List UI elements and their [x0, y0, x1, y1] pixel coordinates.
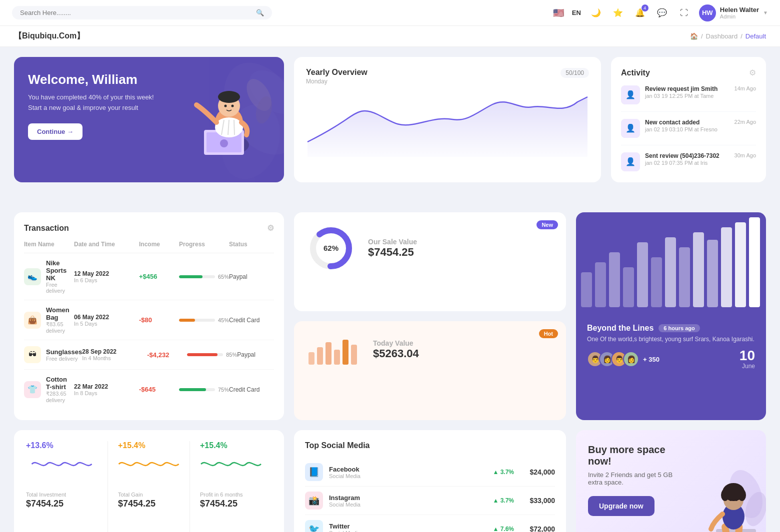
stat-wave-chart	[26, 454, 98, 474]
flag-icon: 🇺🇸	[553, 7, 564, 18]
svg-point-15	[232, 104, 234, 107]
svg-text:👤: 👤	[626, 90, 636, 99]
transaction-title: Transaction ⚙	[24, 223, 274, 233]
topnav: 🔍 🇺🇸 EN 🌙 ⭐ 🔔 4 💬 ⛶ HW Helen Walter Admi…	[0, 0, 780, 26]
progress-bar	[187, 353, 223, 356]
svg-rect-41	[693, 232, 704, 307]
activity-header: Activity ⚙	[621, 68, 756, 77]
stat-label: Profit in 6 months	[200, 492, 262, 498]
svg-text:👤: 👤	[626, 123, 636, 133]
table-row: 👟 Nike Sports NK Free delivery 12 May 20…	[24, 253, 274, 300]
item-date: 28 Sep 2022 In 4 Months	[82, 348, 147, 361]
today-label: Today Value	[373, 339, 419, 347]
social-row: 📘 Facebook Social Media ▲ 3.7% $24,000	[305, 458, 555, 487]
social-name: Instagram Social Media	[329, 494, 486, 508]
item-date-main: 12 May 2022	[74, 270, 139, 277]
stat-pct: +13.6%	[26, 441, 98, 450]
item-date-main: 06 May 2022	[74, 314, 139, 321]
beyond-card: Beyond the Lines 6 hours ago One Of the …	[576, 212, 766, 420]
breadcrumb: 🏠 / Dashboard / Default	[690, 32, 766, 40]
social-platform-sub: Social Media	[329, 502, 486, 508]
welcome-card: Welcome, William You have completed 40% …	[14, 57, 284, 182]
home-icon[interactable]: 🏠	[690, 32, 698, 40]
svg-rect-35	[609, 252, 620, 307]
upgrade-button[interactable]: Upgrade now	[588, 496, 654, 516]
social-value: $24,000	[520, 468, 555, 476]
col-date: Date and Time	[74, 241, 139, 248]
continue-button[interactable]: Continue →	[28, 123, 82, 140]
social-platform-sub: Social Media	[329, 473, 486, 479]
avatar-4: 👩	[623, 351, 639, 367]
transaction-gear-icon[interactable]: ⚙	[267, 223, 274, 233]
star-icon[interactable]: ⭐	[611, 6, 625, 20]
breadcrumb-separator2: /	[740, 32, 742, 40]
beyond-date-day: 10	[740, 349, 755, 363]
beyond-footer: 👨 👩 👨 👩 + 350 10 June	[587, 349, 755, 370]
item-progress: 85%	[187, 352, 237, 358]
activity-thumb: 👤	[621, 152, 640, 171]
search-input[interactable]	[20, 9, 252, 16]
svg-rect-37	[637, 242, 648, 307]
search-bar[interactable]: 🔍	[12, 6, 272, 19]
item-progress: 65%	[179, 274, 229, 280]
activity-title: Activity	[621, 68, 650, 77]
today-bar-chart	[306, 332, 361, 367]
svg-rect-28	[317, 347, 323, 365]
notification-icon[interactable]: 🔔 4	[633, 6, 647, 20]
item-sub: ₹283.65 delivery	[46, 391, 74, 403]
user-menu[interactable]: HW Helen Walter Admin ▼	[699, 4, 768, 21]
activity-item-detail: jan 03 19 12:25 PM at Tame	[645, 93, 730, 99]
col-income: Income	[139, 241, 179, 248]
third-row: +13.6% Total Investment $7454.25 +15.4% …	[14, 430, 766, 532]
topnav-right: 🇺🇸 EN 🌙 ⭐ 🔔 4 💬 ⛶ HW Helen Walter Admin …	[553, 4, 768, 21]
activity-item-detail: jan 02 19 07:35 PM at Iris	[645, 160, 730, 166]
col-item-name: Item Name	[24, 241, 74, 248]
activity-item: 👤 Sent review (504)236-7302 jan 02 19 07…	[621, 152, 756, 171]
message-icon[interactable]: 💬	[655, 6, 669, 20]
activity-item-time: 22m Ago	[734, 119, 756, 125]
stat-item-0: +13.6% Total Investment $7454.25	[26, 441, 108, 532]
beyond-title: Beyond the Lines 6 hours ago	[587, 324, 755, 333]
expand-icon[interactable]: ⛶	[677, 6, 691, 20]
breadcrumb-dashboard[interactable]: Dashboard	[706, 32, 738, 40]
stat-item-1: +15.4% Total Gain $7454.25	[108, 441, 190, 532]
yearly-overview-card: Yearly Overview Monday 50/100	[294, 57, 601, 182]
svg-point-14	[224, 104, 227, 107]
welcome-description: You have completed 40% of your this week…	[28, 92, 168, 113]
donut-wrap: 62% Our Sale Value $7454.25	[306, 223, 554, 273]
item-details: Cotton T-shirt ₹283.65 delivery	[46, 376, 74, 403]
yearly-overview-progress: 50/100	[560, 68, 589, 78]
lower-content: Transaction ⚙ Item Name Date and Time In…	[0, 212, 780, 532]
transaction-card: Transaction ⚙ Item Name Date and Time In…	[14, 212, 284, 420]
brand-logo: 【Biqubiqu.Com】	[14, 31, 84, 41]
stat-wave-chart	[118, 454, 180, 474]
beyond-plus-count: + 350	[643, 356, 660, 363]
social-icon: 📸	[305, 492, 323, 510]
social-value: $72,000	[520, 525, 555, 532]
dark-mode-icon[interactable]: 🌙	[589, 6, 603, 20]
svg-rect-31	[342, 340, 348, 365]
item-details: Sunglasses Free delivery	[46, 348, 82, 362]
svg-rect-39	[665, 237, 676, 307]
yearly-overview-title-block: Yearly Overview Monday	[306, 68, 368, 85]
item-date-sub: In 4 Months	[82, 355, 147, 361]
svg-rect-29	[326, 342, 332, 365]
item-date-main: 28 Sep 2022	[82, 348, 147, 355]
progress-pct: 85%	[226, 352, 237, 358]
social-icon: 🐦	[305, 520, 323, 532]
activity-text: Review request jim Smith jan 03 19 12:25…	[645, 85, 730, 99]
progress-fill	[187, 353, 218, 356]
activity-thumb: 👤	[621, 85, 640, 104]
svg-point-13	[218, 91, 240, 103]
social-platform-name: Facebook	[329, 466, 486, 473]
activity-gear-icon[interactable]: ⚙	[749, 68, 756, 77]
item-name: Nike Sports NK	[46, 259, 74, 282]
welcome-illustration	[179, 57, 279, 182]
mid-col: New 62% Our Sale Value $7454.25 Hot	[294, 212, 566, 420]
item-income: -$645	[139, 386, 179, 393]
item-date-main: 22 Mar 2022	[74, 383, 139, 390]
item-icon: 🕶	[24, 346, 41, 363]
activity-item-time: 14m Ago	[734, 85, 756, 91]
user-role: Admin	[720, 13, 759, 19]
lang-label[interactable]: EN	[572, 9, 581, 16]
